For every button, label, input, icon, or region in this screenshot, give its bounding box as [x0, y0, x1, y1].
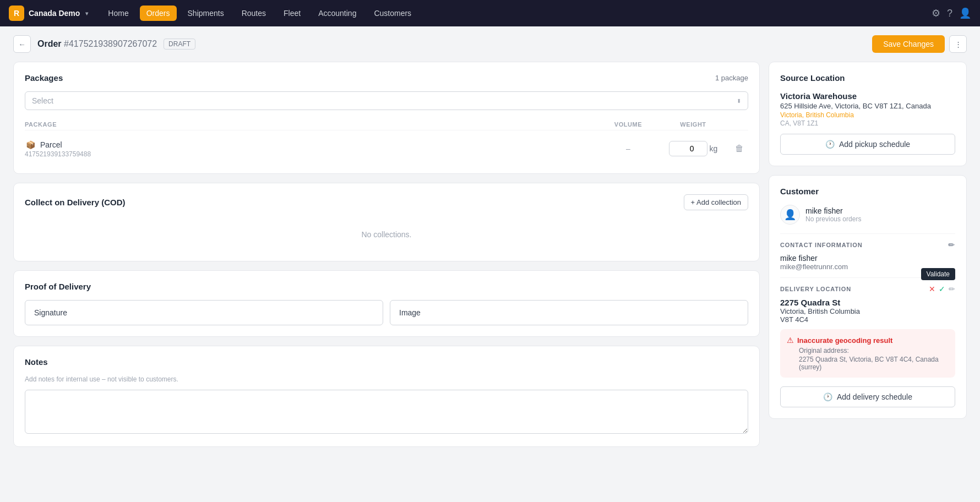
package-select[interactable]: Select ⬍ — [25, 91, 748, 110]
notes-textarea[interactable] — [25, 390, 748, 434]
proof-header: Proof of Delivery — [25, 282, 748, 291]
parcel-icon: 📦 — [25, 139, 36, 150]
order-number: #417521938907267072 — [64, 39, 157, 48]
delivery-actions: Validate ✕ ✓ ✏ — [929, 285, 955, 293]
page-header: ← Order #417521938907267072 DRAFT Save C… — [0, 26, 980, 62]
package-select-chevrons-icon: ⬍ — [737, 98, 741, 104]
right-column: Source Location Victoria Warehouse 625 H… — [769, 62, 967, 447]
settings-icon[interactable]: ⚙ — [932, 7, 940, 19]
source-warehouse-name: Victoria Warehouse — [780, 91, 955, 101]
customer-info: mike fisher No previous orders — [805, 206, 861, 223]
package-id: 417521939133759488 — [25, 150, 596, 158]
more-options-button[interactable]: ⋮ — [949, 35, 967, 53]
contact-name: mike fisher — [780, 254, 955, 263]
back-button[interactable]: ← — [13, 35, 31, 53]
add-collection-button[interactable]: + Add collection — [684, 194, 748, 210]
delivery-header: DELIVERY LOCATION Validate ✕ ✓ ✏ — [780, 285, 955, 293]
geocode-warning-title: Inaccurate geocoding result — [797, 336, 892, 345]
cod-title: Collect on Delivery (COD) — [25, 198, 126, 207]
nav-orders[interactable]: Orders — [140, 6, 177, 21]
brand-name: Canada Demo — [29, 9, 80, 18]
geocode-orig-label: Original address: — [787, 347, 949, 354]
customer-name: mike fisher — [805, 206, 861, 215]
geocode-warning-header: ⚠ Inaccurate geocoding result — [787, 336, 949, 345]
source-warehouse-address: 625 Hillside Ave, Victoria, BC V8T 1Z1, … — [780, 102, 955, 110]
delivery-address: 2275 Quadra St — [780, 298, 955, 307]
nav-shipments[interactable]: Shipments — [181, 6, 231, 21]
customer-card: Customer 👤 mike fisher No previous order… — [769, 175, 967, 419]
nav-right: ⚙ ? 👤 — [932, 7, 971, 19]
help-icon[interactable]: ? — [947, 8, 952, 19]
col-package: PACKAGE — [25, 121, 596, 128]
nav-home[interactable]: Home — [101, 6, 135, 21]
customer-avatar: 👤 — [780, 205, 800, 225]
notes-title: Notes — [25, 357, 48, 367]
source-city-region: Victoria, British Columbia — [780, 111, 955, 119]
source-location-title: Source Location — [780, 73, 845, 83]
col-delete — [731, 121, 748, 128]
customer-title: Customer — [780, 187, 819, 196]
proof-options: Signature Image — [25, 300, 748, 325]
source-location-card: Source Location Victoria Warehouse 625 H… — [769, 62, 967, 166]
proof-image-option[interactable]: Image — [390, 300, 748, 325]
notes-subtitle: Add notes for internal use – not visible… — [25, 375, 748, 383]
delivery-postal: V8T 4C4 — [780, 315, 955, 324]
nav-accounting[interactable]: Accounting — [312, 6, 363, 21]
delete-package-button[interactable]: 🗑 — [731, 144, 748, 154]
edit-delivery-button[interactable]: ✏ — [949, 285, 955, 293]
package-name: Parcel — [40, 140, 62, 149]
col-weight: WEIGHT — [660, 121, 726, 128]
save-changes-button[interactable]: Save Changes — [872, 35, 945, 53]
proof-title: Proof of Delivery — [25, 282, 91, 291]
status-badge: DRAFT — [164, 39, 195, 50]
cancel-delivery-button[interactable]: ✕ — [929, 285, 935, 293]
geocode-orig-addr: 2275 Quadra St, Victoria, BC V8T 4C4, Ca… — [787, 356, 949, 371]
edit-contact-button[interactable]: ✏ — [948, 241, 955, 249]
packages-header: Packages 1 package — [25, 73, 748, 83]
delivery-city: Victoria, British Columbia — [780, 307, 955, 315]
weight-input[interactable] — [669, 141, 707, 156]
no-collections-msg: No collections. — [25, 219, 748, 250]
cod-card: Collect on Delivery (COD) + Add collecti… — [13, 183, 760, 261]
add-delivery-schedule-button[interactable]: 🕐 Add delivery schedule — [780, 386, 955, 407]
package-name-block: 📦 Parcel 417521939133759488 — [25, 139, 596, 158]
customer-header: Customer — [780, 187, 955, 196]
package-select-placeholder: Select — [32, 96, 53, 105]
packages-count: 1 package — [715, 74, 748, 82]
clock-icon: 🕐 — [825, 140, 835, 149]
top-nav: R Canada Demo ▾ Home Orders Shipments Ro… — [0, 0, 980, 26]
nav-fleet[interactable]: Fleet — [277, 6, 307, 21]
packages-table-header: PACKAGE VOLUME WEIGHT — [25, 119, 748, 130]
notes-header: Notes — [25, 357, 748, 367]
nav-routes[interactable]: Routes — [235, 6, 273, 21]
cod-header: Collect on Delivery (COD) + Add collecti… — [25, 194, 748, 210]
header-actions: Save Changes ⋮ — [872, 35, 967, 53]
col-volume: VOLUME — [601, 121, 656, 128]
table-row: 📦 Parcel 417521939133759488 – kg 🗑 — [25, 135, 748, 162]
source-code: CA, V8T 1Z1 — [780, 119, 955, 127]
customer-row: 👤 mike fisher No previous orders — [780, 205, 955, 225]
geocode-warning: ⚠ Inaccurate geocoding result Original a… — [780, 329, 955, 378]
user-icon[interactable]: 👤 — [959, 7, 971, 19]
packages-card: Packages 1 package Select ⬍ PACKAGE VOLU… — [13, 62, 760, 174]
warning-icon: ⚠ — [787, 336, 794, 345]
main-content: Packages 1 package Select ⬍ PACKAGE VOLU… — [0, 62, 980, 460]
brand: R Canada Demo ▾ — [9, 6, 88, 21]
notes-card: Notes Add notes for internal use – not v… — [13, 346, 760, 447]
brand-chevron-icon[interactable]: ▾ — [85, 10, 88, 17]
validate-tooltip: Validate — [921, 268, 955, 280]
source-location-header: Source Location — [780, 73, 955, 83]
proof-card: Proof of Delivery Signature Image — [13, 270, 760, 337]
confirm-delivery-button[interactable]: ✓ — [939, 285, 945, 293]
proof-signature-option[interactable]: Signature — [25, 300, 383, 325]
weight-unit: kg — [710, 144, 718, 153]
add-pickup-schedule-button[interactable]: 🕐 Add pickup schedule — [780, 134, 955, 155]
contact-section-label: CONTACT INFORMATION ✏ — [780, 241, 955, 249]
packages-title: Packages — [25, 73, 63, 83]
add-delivery-label: Add delivery schedule — [837, 392, 912, 401]
delivery-section: DELIVERY LOCATION Validate ✕ ✓ ✏ 2275 Qu… — [780, 285, 955, 378]
nav-customers[interactable]: Customers — [367, 6, 418, 21]
brand-logo: R — [9, 6, 24, 21]
package-weight-field: kg — [660, 141, 726, 156]
left-column: Packages 1 package Select ⬍ PACKAGE VOLU… — [13, 62, 760, 447]
